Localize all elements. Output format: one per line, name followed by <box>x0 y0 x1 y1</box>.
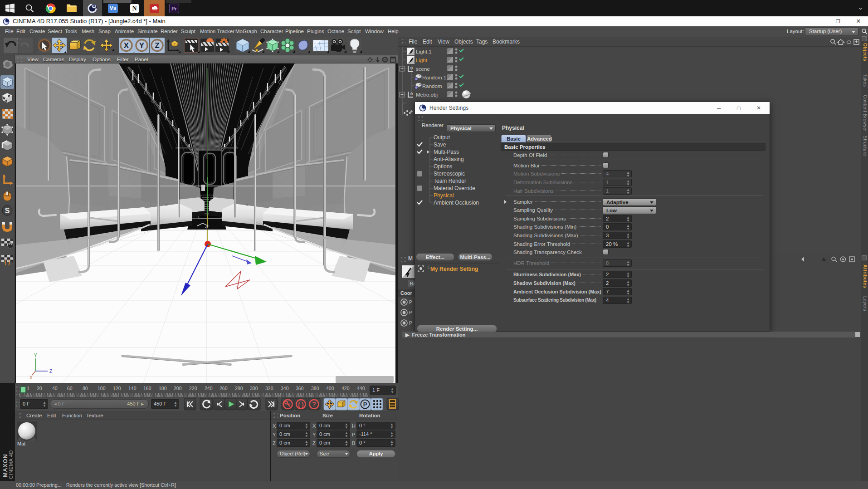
svg-text:Y: Y <box>34 353 37 358</box>
svg-text:P: P <box>409 310 412 315</box>
svg-text:X: X <box>124 41 129 50</box>
svg-text:P: P <box>409 321 412 326</box>
svg-text:Z: Z <box>155 41 159 50</box>
svg-text:P: P <box>409 300 412 305</box>
svg-text:Z: Z <box>49 369 52 374</box>
svg-text:X: X <box>29 375 33 380</box>
svg-text:S: S <box>5 207 10 215</box>
svg-text:Y: Y <box>139 41 145 50</box>
svg-text:( ): ( ) <box>5 259 10 265</box>
svg-text:( ): ( ) <box>298 401 303 408</box>
svg-text:P: P <box>363 401 367 408</box>
svg-text:?: ? <box>312 401 316 408</box>
